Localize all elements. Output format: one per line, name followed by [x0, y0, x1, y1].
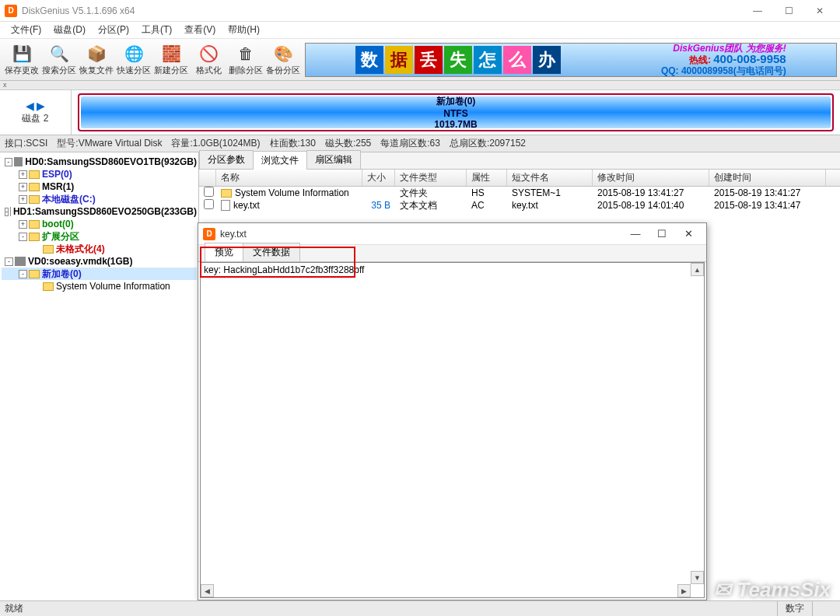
tree-node[interactable]: -新加卷(0) — [2, 268, 197, 280]
tool-quick-partition[interactable]: 🌐快速分区 — [115, 40, 152, 79]
watermark-text: TeamsSix — [737, 578, 831, 602]
volume-block[interactable]: 新加卷(0) NTFS 1019.7MB — [78, 93, 834, 131]
file-row[interactable]: key.txt35 B文本文档ACkey.txt2015-08-19 14:01… — [199, 199, 840, 212]
expand-icon[interactable]: - — [5, 158, 12, 166]
scroll-down-button[interactable]: ▼ — [691, 571, 704, 584]
column-header[interactable]: 大小 — [362, 170, 395, 186]
volume-fs: NTFS — [443, 108, 467, 119]
close-button[interactable]: ✕ — [804, 3, 835, 19]
disk-nav-arrows[interactable]: ◀ ▶ — [26, 100, 46, 112]
delete-icon: 🗑 — [235, 43, 257, 65]
tool-delete-partition[interactable]: 🗑删除分区 — [227, 40, 264, 79]
row-checkbox[interactable] — [204, 199, 214, 209]
tool-backup-partition[interactable]: 🎨备份分区 — [264, 40, 302, 79]
maximize-button[interactable]: ☐ — [773, 3, 804, 19]
panel-close-bar[interactable]: x — [0, 81, 840, 90]
expand-icon[interactable]: - — [19, 270, 27, 278]
menu-partition[interactable]: 分区(P) — [92, 22, 135, 38]
column-header[interactable]: 属性 — [467, 170, 507, 186]
file-icon — [221, 200, 230, 211]
file-name: key.txt — [216, 200, 362, 212]
expand-icon[interactable]: + — [19, 195, 27, 204]
expand-icon[interactable]: - — [5, 208, 9, 216]
menu-help[interactable]: 帮助(H) — [222, 22, 266, 38]
minimize-button[interactable]: — — [742, 3, 773, 19]
tree-node-label: 本地磁盘(C:) — [42, 193, 96, 205]
tool-label: 备份分区 — [266, 65, 300, 76]
scroll-right-button[interactable]: ▶ — [677, 584, 691, 597]
banner-char: 丢 — [415, 46, 443, 74]
column-header[interactable] — [199, 170, 216, 186]
tree-node[interactable]: -HD1:SamsungSSD860EVO250GB(233GB) — [2, 205, 197, 218]
window-title: DiskGenius V5.1.1.696 x64 — [22, 5, 742, 16]
column-header[interactable]: 文件类型 — [395, 170, 467, 186]
tool-save[interactable]: 💾保存更改 — [3, 40, 40, 79]
column-header[interactable]: 修改时间 — [593, 170, 709, 186]
info-capacity: 容量:1.0GB(1024MB) — [171, 137, 260, 150]
tool-recover-files[interactable]: 📦恢复文件 — [78, 40, 115, 79]
disk-icon — [15, 257, 26, 266]
volume-size: 1019.7MB — [434, 119, 477, 130]
row-checkbox[interactable] — [204, 187, 214, 197]
tool-format[interactable]: 🚫格式化 — [190, 40, 227, 79]
disk-tree[interactable]: -HD0:SamsungSSD860EVO1TB(932GB)+ESP(0)+M… — [0, 152, 199, 600]
tool-label: 新建分区 — [154, 65, 188, 76]
file-list-header: 名称大小文件类型属性短文件名修改时间创建时间 — [199, 170, 840, 187]
tree-node[interactable]: -扩展分区 — [2, 230, 197, 243]
tree-node-label: 扩展分区 — [42, 230, 79, 243]
statusbar: 就绪 数字 — [0, 600, 840, 616]
preview-close-button[interactable]: ✕ — [675, 228, 702, 240]
file-row[interactable]: System Volume Information文件夹HSSYSTEM~120… — [199, 187, 840, 199]
menu-tools[interactable]: 工具(T) — [135, 22, 178, 38]
menubar: 文件(F) 磁盘(D) 分区(P) 工具(T) 查看(V) 帮助(H) — [0, 22, 840, 39]
expand-icon[interactable]: + — [19, 220, 27, 229]
tab-partition-params[interactable]: 分区参数 — [199, 150, 254, 169]
tree-node-label: MSR(1) — [42, 180, 74, 193]
tree-node[interactable]: +MSR(1) — [2, 180, 197, 193]
tool-new-partition[interactable]: 🧱新建分区 — [152, 40, 190, 79]
banner-char: 据 — [385, 46, 413, 74]
expand-icon[interactable]: + — [19, 170, 27, 179]
column-header[interactable]: 创建时间 — [709, 170, 826, 186]
preview-tab-preview[interactable]: 预览 — [205, 243, 243, 261]
tree-node[interactable]: System Volume Information — [2, 280, 197, 292]
quick-icon: 🌐 — [123, 43, 145, 65]
tree-node[interactable]: +boot(0) — [2, 218, 197, 230]
info-total-sectors: 总扇区数:2097152 — [450, 137, 526, 150]
menu-disk[interactable]: 磁盘(D) — [47, 22, 92, 38]
banner-hotline-label: 热线: — [689, 54, 711, 65]
preview-titlebar[interactable]: D key.txt — ☐ ✕ — [198, 223, 706, 245]
tree-node[interactable]: +本地磁盘(C:) — [2, 193, 197, 205]
scroll-up-button[interactable]: ▲ — [691, 263, 704, 276]
status-segment — [812, 601, 835, 616]
file-attr: HS — [467, 187, 507, 198]
preview-minimize-button[interactable]: — — [622, 228, 649, 240]
banner-char: 办 — [533, 46, 561, 74]
menu-view[interactable]: 查看(V) — [178, 22, 222, 38]
preview-content[interactable]: key: HackingLabHdd1b7c2fb3ff3288bff ▲ ▼ … — [200, 262, 705, 598]
preview-tab-filedata[interactable]: 文件数据 — [243, 243, 300, 261]
expand-icon[interactable]: - — [19, 233, 27, 241]
tool-search-partition[interactable]: 🔍搜索分区 — [40, 40, 78, 79]
expand-icon[interactable]: + — [19, 183, 27, 191]
info-cylinders: 柱面数:130 — [270, 137, 316, 150]
tab-browse-files[interactable]: 浏览文件 — [253, 151, 307, 170]
save-icon: 💾 — [11, 43, 33, 65]
tree-node[interactable]: 未格式化(4) — [2, 243, 197, 255]
banner-hotline: 400-008-9958 — [713, 52, 786, 65]
menu-file[interactable]: 文件(F) — [5, 22, 47, 38]
banner-char: 么 — [503, 46, 531, 74]
tree-node[interactable]: +ESP(0) — [2, 168, 197, 180]
folder-icon — [29, 270, 40, 278]
expand-icon[interactable]: - — [5, 257, 13, 266]
scroll-left-button[interactable]: ◀ — [201, 584, 214, 597]
tree-node[interactable]: -HD0:SamsungSSD860EVO1TB(932GB) — [2, 156, 197, 168]
column-header[interactable]: 名称 — [216, 170, 362, 186]
backup-icon: 🎨 — [272, 43, 294, 65]
watermark: ✉ TeamsSix — [712, 578, 831, 602]
tab-sector-edit[interactable]: 扇区编辑 — [306, 150, 361, 169]
tree-node[interactable]: -VD0:soeasy.vmdk(1GB) — [2, 255, 197, 268]
column-header[interactable]: 短文件名 — [507, 170, 593, 186]
preview-maximize-button[interactable]: ☐ — [649, 228, 675, 240]
app-logo-icon: D — [5, 5, 17, 17]
